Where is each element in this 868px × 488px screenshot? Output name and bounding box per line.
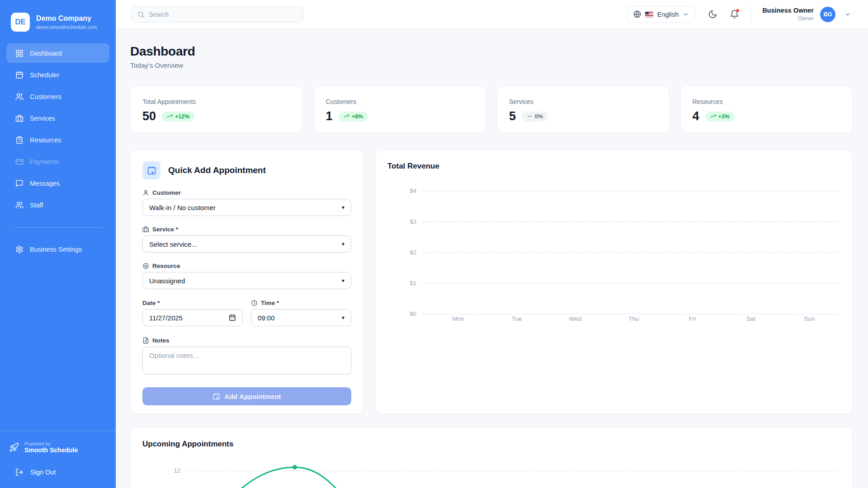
search-box — [132, 6, 303, 23]
x-tick: Mon — [429, 315, 487, 322]
stat-label: Total Appointments — [142, 98, 291, 105]
chevron-down-icon: ▾ — [342, 314, 344, 321]
stat-card-total-appointments: Total Appointments 50 +12% — [130, 85, 303, 133]
search-input[interactable] — [149, 11, 297, 18]
trend-up-icon — [710, 113, 716, 119]
user-menu[interactable]: Business Owner Owner BO — [762, 7, 851, 22]
stat-value: 1 — [326, 109, 333, 123]
sidebar-nav: Dashboard Scheduler Customers Services R… — [0, 43, 116, 261]
sidebar-item-label: Staff — [30, 202, 43, 209]
topbar-separator — [751, 7, 751, 22]
rocket-icon — [9, 442, 19, 452]
topbar: English Business Owner Owner BO — [116, 0, 868, 29]
sidebar-item-dashboard[interactable]: Dashboard — [6, 43, 109, 63]
upcoming-chart-title: Upcoming Appointments — [142, 440, 840, 449]
quick-add-appointment-card: Quick Add Appointment Customer Walk-in /… — [130, 150, 363, 414]
stat-card-resources: Resources 4 +3% — [680, 85, 853, 133]
x-tick: Sat — [722, 315, 780, 322]
service-select[interactable]: Select service... ▾ — [142, 235, 351, 253]
time-select[interactable]: 09:00 ▾ — [251, 309, 351, 326]
stat-value: 5 — [509, 109, 516, 123]
file-text-icon — [142, 337, 149, 344]
revenue-chart: $4 $3 $2 $1 $0 Mon Tue Wed Thu Fri Sat S… — [387, 180, 840, 329]
y-tick: $4 — [387, 188, 423, 194]
notes-textarea[interactable] — [142, 347, 351, 375]
appointments-line-series — [186, 459, 862, 488]
sidebar-item-payments[interactable]: Payments — [6, 152, 109, 171]
notifications-button[interactable] — [730, 9, 739, 19]
stat-card-services: Services 5 0% — [497, 85, 670, 133]
y-tick: $2 — [387, 249, 423, 256]
avatar: BO — [820, 7, 835, 22]
powered-by-name: Smooth Schedule — [24, 446, 78, 454]
sidebar-item-messages[interactable]: Messages — [6, 174, 109, 193]
stat-delta-badge: +3% — [705, 112, 735, 122]
service-label: Service * — [142, 226, 351, 233]
trend-up-icon — [344, 113, 349, 119]
chevron-down-icon: ▾ — [342, 204, 344, 211]
y-tick: $1 — [387, 280, 423, 286]
sidebar-item-label: Scheduler — [30, 71, 59, 79]
customer-select[interactable]: Walk-in / No customer ▾ — [142, 199, 351, 216]
sidebar-item-customers[interactable]: Customers — [6, 87, 109, 106]
date-label: Date * — [142, 300, 243, 306]
sidebar-item-label: Messages — [30, 180, 60, 187]
upcoming-appointments-chart: 12 9 — [142, 459, 840, 488]
stat-label: Services — [509, 98, 657, 105]
revenue-x-axis: Mon Tue Wed Thu Fri Sat Sun — [429, 315, 839, 322]
date-input[interactable]: 11/27/2025 — [142, 309, 243, 326]
target-icon — [142, 263, 149, 269]
search-icon — [137, 11, 145, 18]
x-tick: Tue — [487, 315, 546, 322]
stat-delta-badge: +8% — [339, 112, 368, 122]
chevron-down-icon — [844, 11, 851, 18]
add-appointment-button[interactable]: Add Appointment — [142, 387, 351, 405]
y-tick: $3 — [387, 218, 423, 225]
sign-out-label: Sign Out — [30, 469, 56, 476]
us-flag-icon — [645, 12, 653, 17]
y-tick: $0 — [387, 310, 423, 317]
chevron-down-icon — [683, 11, 689, 18]
dark-mode-toggle[interactable] — [708, 9, 717, 19]
grid-icon — [15, 49, 24, 57]
stat-value: 50 — [142, 109, 156, 123]
stat-delta-badge: +12% — [162, 112, 194, 122]
sidebar-item-business-settings[interactable]: Business Settings — [6, 239, 109, 259]
stat-value: 4 — [693, 109, 699, 123]
language-label: English — [657, 11, 679, 18]
credit-card-icon — [15, 158, 24, 166]
total-revenue-card: Total Revenue $4 $3 $2 $1 $0 Mon Tue Wed… — [375, 150, 853, 414]
user-role: Owner — [762, 15, 814, 22]
stat-delta-badge: 0% — [522, 112, 548, 122]
company-header: DE Demo Company demo.smoothschedule.com — [0, 0, 116, 43]
sidebar-item-staff[interactable]: Staff — [6, 195, 109, 215]
sign-out-button[interactable]: Sign Out — [6, 463, 109, 482]
language-selector[interactable]: English — [627, 6, 696, 23]
sidebar-item-label: Customers — [30, 93, 61, 100]
x-tick: Thu — [604, 315, 663, 322]
logout-icon — [15, 468, 24, 476]
person-icon — [142, 189, 149, 196]
moon-icon — [708, 9, 717, 19]
sidebar-item-label: Payments — [30, 158, 59, 165]
gear-icon — [15, 245, 24, 253]
sidebar-item-label: Dashboard — [30, 50, 62, 57]
stat-card-customers: Customers 1 +8% — [314, 85, 486, 133]
sidebar-item-services[interactable]: Services — [6, 108, 109, 128]
topbar-actions: English Business Owner Owner BO — [627, 6, 851, 23]
sidebar-item-resources[interactable]: Resources — [6, 130, 109, 150]
page-title: Dashboard — [130, 44, 853, 59]
powered-by: Powered by Smooth Schedule — [0, 441, 116, 454]
quick-add-title: Quick Add Appointment — [168, 165, 266, 175]
stat-label: Resources — [693, 98, 841, 105]
sidebar-item-scheduler[interactable]: Scheduler — [6, 65, 109, 84]
globe-icon — [633, 10, 641, 18]
sidebar-footer: Powered by Smooth Schedule Sign Out — [0, 431, 116, 488]
resource-select[interactable]: Unassigned ▾ — [142, 272, 351, 289]
chevron-down-icon: ▾ — [342, 277, 344, 284]
user-name: Business Owner — [762, 7, 814, 14]
sidebar-item-label: Resources — [30, 136, 61, 144]
stats-row: Total Appointments 50 +12% Customers 1 +… — [130, 85, 853, 133]
sidebar: DE Demo Company demo.smoothschedule.com … — [0, 0, 116, 488]
company-name: Demo Company — [36, 14, 97, 23]
